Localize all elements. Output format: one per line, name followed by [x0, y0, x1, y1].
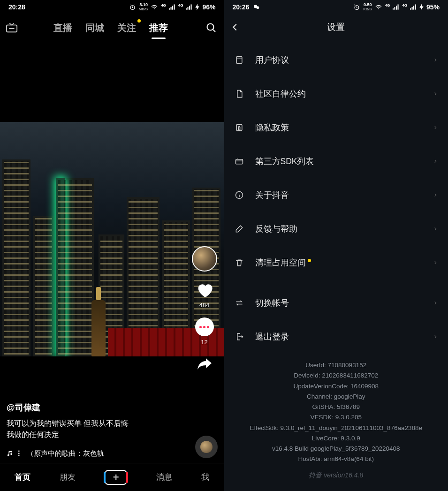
top-tab-1[interactable]: 同城: [85, 20, 104, 36]
settings-row-label: 切换帐号: [255, 297, 289, 309]
bottom-tab-3[interactable]: 我: [201, 472, 209, 483]
chevron-right-icon: [433, 333, 438, 340]
like-button[interactable]: 484: [195, 280, 214, 309]
trash-icon: [235, 258, 247, 267]
svg-rect-3: [172, 6, 173, 9]
chevron-right-icon: [433, 124, 438, 131]
svg-rect-16: [396, 6, 397, 9]
debug-info: UserId: 71080093152DeviceId: 21026834116…: [224, 356, 448, 465]
settings-row-info[interactable]: 关于抖音: [224, 178, 448, 212]
settings-row-book[interactable]: 用户协议: [224, 43, 448, 77]
svg-point-10: [207, 24, 213, 30]
wifi-icon: [151, 4, 158, 10]
svg-rect-19: [411, 7, 412, 10]
settings-row-logout[interactable]: 退出登录: [224, 320, 448, 354]
svg-rect-17: [398, 4, 399, 9]
settings-row-doc[interactable]: 社区自律公约: [224, 77, 448, 111]
settings-row-label: 反馈与帮助: [255, 223, 297, 234]
settings-row-trash[interactable]: 清理占用空间: [224, 246, 448, 279]
svg-rect-21: [415, 4, 416, 9]
settings-row-label: 社区自律公约: [255, 88, 306, 99]
net-type-2: 4G: [178, 3, 183, 8]
sdk-icon: [235, 157, 247, 166]
back-button[interactable]: [230, 14, 240, 40]
logout-icon: [235, 332, 247, 341]
status-time: 20:28: [8, 3, 25, 11]
bolt-icon: [419, 4, 424, 10]
author-avatar[interactable]: [192, 246, 217, 272]
chevron-right-icon: [433, 56, 438, 64]
debug-line: UpdateVerionCode: 16409908: [234, 381, 439, 392]
bottom-tab-1[interactable]: 朋友: [60, 472, 76, 483]
top-tab-3[interactable]: 推荐: [149, 20, 168, 36]
settings-row-swap[interactable]: 切换帐号: [224, 286, 448, 320]
chevron-right-icon: [433, 225, 438, 233]
svg-rect-2: [170, 7, 171, 10]
svg-rect-14: [393, 8, 394, 10]
music-row[interactable]: ⠇ （原声中的歌曲：灰色轨: [7, 449, 182, 458]
bottom-tab-2[interactable]: 消息: [156, 472, 172, 483]
comment-icon: [195, 317, 214, 337]
battery-pct: 96%: [202, 3, 215, 11]
signal-icon-2: [410, 4, 417, 10]
book-icon: [235, 55, 247, 65]
author-handle[interactable]: @司偉建: [7, 402, 182, 413]
debug-line: DeviceId: 2102683411682702: [234, 370, 439, 381]
top-tab-0[interactable]: 直播: [53, 20, 72, 36]
chevron-right-icon: [433, 299, 438, 307]
music-disc[interactable]: [195, 436, 218, 458]
share-button[interactable]: [195, 354, 214, 374]
debug-line: Channel: googlePlay: [234, 392, 439, 402]
top-tab-2[interactable]: 关注: [117, 20, 136, 36]
net-type-2: 4G: [402, 3, 407, 8]
svg-rect-25: [235, 159, 243, 164]
settings-row-label: 用户协议: [255, 54, 289, 66]
svg-rect-20: [413, 6, 414, 9]
svg-rect-6: [188, 7, 189, 10]
music-title: （原声中的歌曲：灰色轨: [27, 449, 104, 458]
heart-icon: [195, 280, 214, 300]
debug-line: VESDK: 9.3.0.205: [234, 412, 439, 423]
comment-button[interactable]: 12: [195, 317, 214, 346]
notification-dot: [137, 19, 141, 23]
debug-line: EffectSdk: 9.3.0_rel_11_douyin_202106111…: [234, 423, 439, 433]
chevron-right-icon: [433, 191, 438, 199]
swap-icon: [235, 298, 247, 308]
chevron-right-icon: [433, 259, 438, 266]
status-bar: 20:26 0.50 KB/S 4G 4G: [224, 0, 448, 14]
create-button[interactable]: +: [105, 470, 127, 485]
wifi-icon: [375, 4, 382, 10]
settings-header: 设置: [224, 14, 448, 40]
app-version: 抖音 version16.4.8: [224, 465, 448, 487]
doc-icon: [235, 89, 247, 98]
svg-point-12: [257, 6, 259, 9]
live-icon[interactable]: [5, 22, 19, 33]
settings-row-sdk[interactable]: 第三方SDK列表: [224, 144, 448, 178]
net-speed: 3.10 MB/S: [139, 3, 148, 11]
svg-rect-15: [395, 7, 395, 10]
signal-icon-1: [169, 4, 175, 10]
svg-rect-18: [410, 8, 411, 10]
svg-rect-1: [169, 8, 170, 10]
feed-screen: 20:28 3.10 MB/S 4G 4G 96%: [0, 0, 224, 491]
settings-list: 用户协议社区自律公约隐私政策第三方SDK列表关于抖音反馈与帮助清理占用空间切换帐…: [224, 40, 448, 356]
bottom-tab-0[interactable]: 首页: [15, 472, 30, 483]
status-time: 20:26: [233, 3, 250, 11]
alarm-icon: [353, 4, 360, 11]
svg-rect-24: [238, 128, 240, 130]
settings-row-label: 隐私政策: [255, 122, 289, 133]
svg-rect-4: [174, 4, 175, 9]
svg-rect-8: [191, 4, 192, 9]
status-bar: 20:28 3.10 MB/S 4G 4G 96%: [0, 0, 224, 14]
svg-rect-5: [186, 8, 187, 10]
settings-screen: 20:26 0.50 KB/S 4G 4G: [224, 0, 448, 491]
settings-row-edit[interactable]: 反馈与帮助: [224, 212, 448, 246]
settings-title: 设置: [327, 21, 345, 33]
settings-row-lock[interactable]: 隐私政策: [224, 111, 448, 144]
lock-icon: [235, 123, 247, 132]
debug-line: UserId: 71080093152: [234, 360, 439, 370]
music-eq-icon: ⠇: [17, 450, 23, 458]
net-type-1: 4G: [385, 3, 390, 8]
search-icon[interactable]: [203, 22, 220, 33]
chevron-right-icon: [433, 90, 438, 98]
